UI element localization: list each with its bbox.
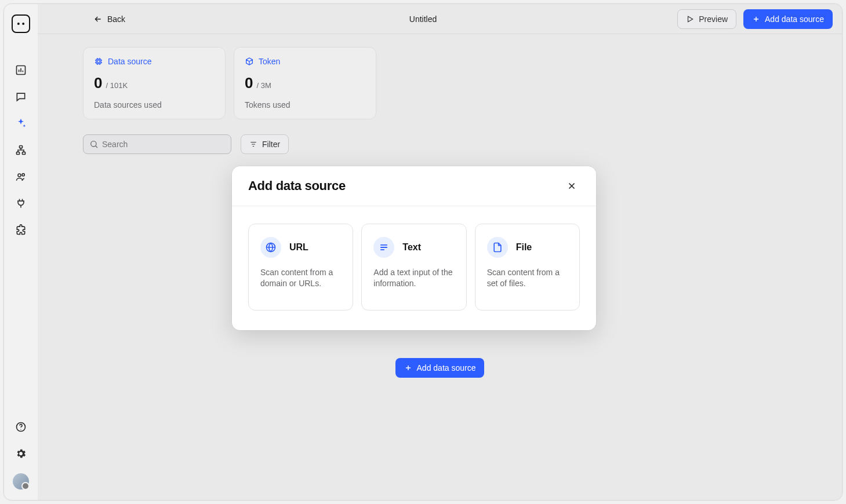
globe-icon — [260, 237, 281, 258]
filter-icon — [249, 140, 257, 148]
add-data-source-button-center[interactable]: Add data source — [395, 358, 485, 378]
option-desc: Scan content from a set of files. — [487, 267, 568, 289]
nav-analytics-icon[interactable] — [14, 63, 28, 77]
stat-card-data-source: Data source 0 / 101K Data sources used — [83, 47, 226, 119]
file-icon — [487, 237, 508, 258]
user-avatar[interactable] — [13, 473, 29, 490]
topbar: Back Untitled Preview Add data source — [38, 4, 842, 34]
search-icon — [89, 140, 99, 149]
plus-icon — [752, 15, 760, 23]
page-title: Untitled — [409, 14, 437, 24]
sidebar — [4, 4, 38, 500]
close-icon — [567, 181, 577, 191]
svg-point-7 — [22, 174, 24, 176]
nav-team-icon[interactable] — [14, 170, 28, 184]
option-file[interactable]: File Scan content from a set of files. — [475, 224, 580, 311]
stat-label: Data source — [108, 57, 151, 66]
filter-button[interactable]: Filter — [241, 134, 289, 154]
svg-point-9 — [20, 429, 21, 430]
option-title: URL — [289, 242, 308, 253]
svg-rect-10 — [96, 59, 101, 64]
search-box[interactable] — [83, 134, 231, 154]
add-data-source-button-top[interactable]: Add data source — [743, 9, 833, 29]
option-desc: Add a text input of the information. — [373, 267, 454, 289]
search-input[interactable] — [102, 140, 225, 149]
option-url[interactable]: URL Scan content from a domain or URLs. — [248, 224, 353, 311]
nav-sparkle-icon[interactable] — [14, 116, 28, 130]
stat-limit: / 3M — [256, 81, 271, 90]
modal-title: Add data source — [248, 178, 346, 193]
svg-rect-3 — [20, 146, 23, 148]
plus-icon — [404, 364, 412, 372]
stat-label: Token — [259, 57, 280, 66]
svg-point-1 — [22, 23, 24, 25]
svg-rect-4 — [17, 152, 20, 154]
stat-value: 0 — [94, 74, 102, 92]
nav-plug-icon[interactable] — [14, 196, 28, 210]
option-title: File — [516, 242, 532, 253]
nav-chat-icon[interactable] — [14, 90, 28, 104]
svg-rect-5 — [23, 152, 26, 154]
preview-label: Preview — [699, 14, 728, 24]
cube-icon — [245, 57, 254, 66]
text-lines-icon — [373, 237, 394, 258]
add-data-source-modal: Add data source URL Scan content from a … — [232, 166, 596, 330]
play-icon — [686, 15, 694, 23]
stat-subtitle: Data sources used — [94, 100, 215, 109]
nav-help-icon[interactable] — [14, 420, 28, 434]
stat-subtitle: Tokens used — [245, 100, 365, 109]
preview-button[interactable]: Preview — [677, 9, 736, 29]
option-title: Text — [402, 242, 421, 253]
stat-value: 0 — [245, 74, 253, 92]
svg-rect-11 — [97, 60, 100, 63]
nav-extension-icon[interactable] — [14, 223, 28, 237]
nav-sitemap-icon[interactable] — [14, 143, 28, 157]
svg-point-0 — [17, 23, 20, 25]
svg-point-6 — [18, 174, 21, 177]
svg-point-12 — [91, 141, 96, 147]
filter-label: Filter — [262, 140, 280, 149]
chip-icon — [94, 57, 103, 66]
add-data-source-label: Add data source — [765, 14, 824, 24]
modal-close-button[interactable] — [564, 178, 580, 194]
nav-settings-icon[interactable] — [14, 447, 28, 461]
back-label: Back — [107, 14, 125, 24]
back-button[interactable]: Back — [88, 11, 131, 27]
option-text[interactable]: Text Add a text input of the information… — [361, 224, 466, 311]
app-logo[interactable] — [12, 14, 30, 33]
add-data-source-label: Add data source — [417, 363, 476, 372]
option-desc: Scan content from a domain or URLs. — [260, 267, 341, 289]
arrow-left-icon — [93, 14, 103, 24]
stat-limit: / 101K — [106, 81, 128, 90]
stat-card-token: Token 0 / 3M Tokens used — [234, 47, 376, 119]
